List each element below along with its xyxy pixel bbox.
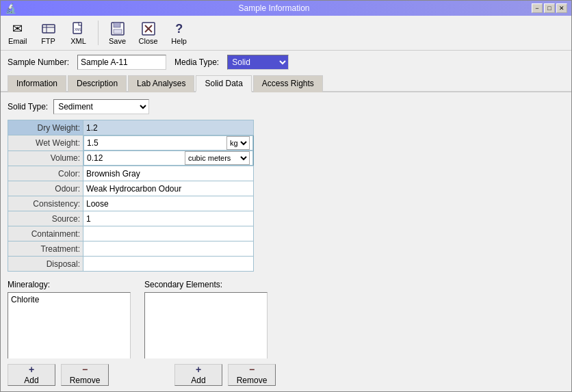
bottom-actions: + Add − Remove + Add − Remove [1, 358, 571, 391]
svg-rect-8 [114, 23, 120, 27]
table-row[interactable]: Color: Brownish Gray [8, 166, 254, 181]
add-secondary-button[interactable]: + Add [174, 364, 222, 386]
field-label: Consistency: [8, 196, 83, 211]
svg-rect-5 [79, 23, 81, 25]
ftp-label: FTP [41, 37, 55, 45]
ftp-icon [40, 21, 57, 37]
xml-button[interactable]: XML XML [66, 18, 91, 47]
field-label: Containment: [8, 226, 83, 241]
close-icon [140, 21, 157, 37]
media-type-select[interactable]: Solid Liquid Gas [227, 55, 289, 70]
xml-icon: XML [70, 21, 87, 37]
svg-text:XML: XML [75, 27, 82, 31]
xml-label: XML [70, 37, 86, 45]
solid-data-table: Dry Weight: 1.2 Wet Weight: 1.5 kgglb Vo… [8, 120, 254, 272]
svg-rect-9 [114, 29, 122, 34]
help-label: Help [171, 37, 187, 45]
table-row[interactable]: Odour: Weak Hydrocarbon Odour [8, 181, 254, 196]
field-label: Odour: [8, 181, 83, 196]
field-value[interactable]: Weak Hydrocarbon Odour [83, 181, 254, 196]
table-row[interactable]: Containment: [8, 226, 254, 241]
remove-secondary-icon: − [249, 364, 255, 376]
toolbar: ✉ Email FTP XML XML Save Close [1, 16, 571, 51]
main-window: 🔬 Sample Information − □ ✕ ✉ Email FTP X… [0, 0, 572, 392]
bottom-section: Mineralogy: Chlorite Secondary Elements: [8, 280, 564, 358]
sample-number-label: Sample Number: [8, 57, 69, 67]
mineralogy-label: Mineralogy: [8, 280, 131, 289]
add-mineralogy-icon: + [29, 364, 34, 376]
close-label: Close [139, 37, 158, 45]
maximize-button[interactable]: □ [544, 3, 555, 13]
help-button[interactable]: ? Help [167, 18, 192, 47]
add-secondary-icon: + [196, 364, 201, 376]
volume-unit-select[interactable]: cubic meterslitersmL [185, 151, 250, 165]
field-value[interactable]: 1.5 kgglb [83, 135, 253, 151]
wet-weight-unit-select[interactable]: kgglb [226, 136, 250, 150]
table-row[interactable]: Wet Weight: 1.5 kgglb [8, 135, 254, 151]
field-value[interactable]: 1.2 [83, 120, 254, 135]
tab-solid-data[interactable]: Solid Data [196, 75, 251, 92]
title-bar-buttons: − □ ✕ [532, 3, 567, 13]
tab-lab-analyses[interactable]: Lab Analyses [128, 75, 194, 92]
mineralogy-section: Mineralogy: Chlorite [8, 280, 131, 358]
tabs-area: Information Description Lab Analyses Sol… [1, 74, 571, 92]
title-bar: 🔬 Sample Information − □ ✕ [1, 1, 571, 16]
email-icon: ✉ [10, 21, 26, 37]
field-value[interactable]: 0.12 cubic meterslitersmL [83, 151, 253, 166]
toolbar-separator-1 [98, 21, 99, 45]
list-item[interactable]: Chlorite [10, 294, 129, 305]
secondary-elements-list[interactable] [144, 292, 268, 358]
field-label: Color: [8, 166, 83, 181]
table-row[interactable]: Treatment: [8, 241, 254, 257]
mineralogy-list[interactable]: Chlorite [8, 292, 131, 358]
secondary-elements-label: Secondary Elements: [144, 280, 268, 289]
solid-type-select[interactable]: Sediment Rock Soil Other [53, 99, 149, 114]
field-label: Source: [8, 211, 83, 226]
tab-description[interactable]: Description [68, 75, 127, 92]
field-value[interactable] [83, 226, 254, 241]
tab-information[interactable]: Information [8, 75, 66, 92]
table-row[interactable]: Consistency: Loose [8, 196, 254, 211]
field-label: Dry Weight: [8, 120, 83, 135]
email-button[interactable]: ✉ Email [5, 18, 31, 47]
field-label: Volume: [8, 151, 83, 166]
save-button[interactable]: Save [105, 18, 130, 47]
remove-secondary-button[interactable]: − Remove [228, 364, 276, 386]
add-mineralogy-label: Add [24, 376, 38, 385]
form-area: Sample Number: Media Type: Solid Liquid … [1, 51, 571, 74]
save-icon [109, 21, 126, 37]
field-label: Treatment: [8, 241, 83, 257]
table-row[interactable]: Dry Weight: 1.2 [8, 120, 254, 135]
field-value[interactable] [83, 257, 254, 272]
remove-mineralogy-button[interactable]: − Remove [61, 364, 109, 386]
field-label: Wet Weight: [8, 135, 83, 151]
sample-number-input[interactable] [77, 55, 166, 70]
remove-mineralogy-label: Remove [70, 376, 101, 385]
window-title: Sample Information [238, 3, 309, 13]
app-icon: 🔬 [5, 3, 16, 14]
close-button[interactable]: Close [135, 18, 161, 47]
close-window-button[interactable]: ✕ [556, 3, 567, 13]
field-value[interactable] [83, 241, 254, 257]
add-mineralogy-button[interactable]: + Add [8, 364, 55, 386]
save-label: Save [109, 37, 126, 45]
solid-type-row: Solid Type: Sediment Rock Soil Other [8, 99, 564, 114]
field-label: Disposal: [8, 257, 83, 272]
ftp-button[interactable]: FTP [36, 18, 61, 47]
content-area: Solid Type: Sediment Rock Soil Other Dry… [1, 92, 571, 358]
field-value[interactable]: 1 [83, 211, 254, 226]
secondary-elements-section: Secondary Elements: [144, 280, 268, 358]
minimize-button[interactable]: − [532, 3, 543, 13]
svg-rect-0 [42, 25, 55, 33]
table-row[interactable]: Source: 1 [8, 211, 254, 226]
field-value[interactable]: Loose [83, 196, 254, 211]
table-row[interactable]: Disposal: [8, 257, 254, 272]
media-type-label: Media Type: [174, 57, 219, 67]
solid-type-label: Solid Type: [8, 102, 48, 112]
table-row[interactable]: Volume: 0.12 cubic meterslitersmL [8, 151, 254, 166]
tab-access-rights[interactable]: Access Rights [253, 75, 323, 92]
remove-mineralogy-icon: − [82, 364, 88, 376]
remove-secondary-label: Remove [237, 376, 268, 385]
email-label: Email [8, 37, 27, 45]
field-value[interactable]: Brownish Gray [83, 166, 254, 181]
